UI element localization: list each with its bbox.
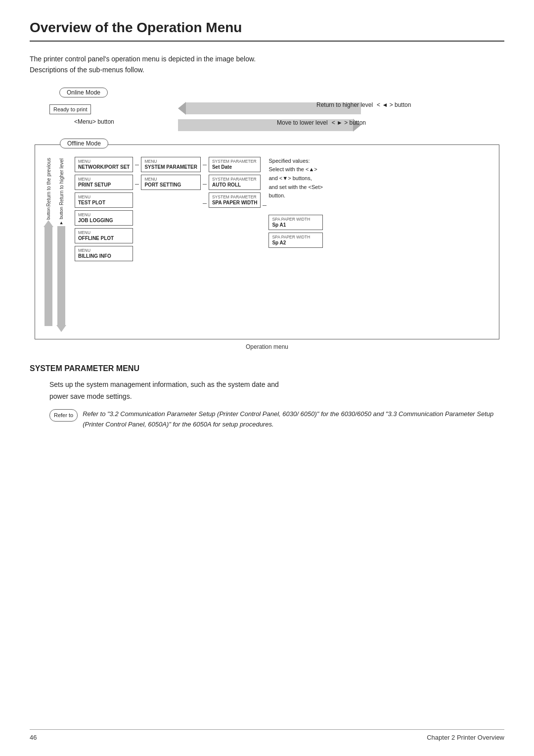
menu-box-billing-info: MENU BILLING INFO <box>75 246 133 261</box>
connectors-col1-col2 <box>135 157 139 327</box>
side-vertical-arrows: Return to the previous ▲ button Return t… <box>35 153 75 331</box>
refer-text: Refer to "3.2 Communication Parameter Se… <box>83 409 504 430</box>
intro-line1: The printer control panel's operation me… <box>30 55 256 63</box>
menu-box-spa-paper-width: SYSTEM PARAMETER SPA PAPER WIDTH <box>209 192 261 208</box>
section-body-line2: power save mode settings. <box>49 392 132 400</box>
menu-col-3: SYSTEM PARAMETER Set Date SYSTEM PARAMET… <box>209 157 261 327</box>
return-higher-label: Return to higher level <box>316 101 373 108</box>
move-lower-labels: Move to lower level < ► > button <box>277 119 366 126</box>
menu-box-set-date: SYSTEM PARAMETER Set Date <box>209 157 261 172</box>
menu-columns: MENU NETWORK/PORT SET MENU PRINT SETUP M… <box>75 153 491 331</box>
diagram-content-row: Return to the previous ▲ button Return t… <box>35 153 491 331</box>
intro-line2: Descriptions of the sub-menus follow. <box>30 66 144 74</box>
side-label-1: Return to the previous <box>46 158 51 206</box>
menu-box-print-setup: MENU PRINT SETUP <box>75 175 133 190</box>
menu-box-test-plot: MENU TEST PLOT <box>75 192 133 208</box>
move-lower-button: < ► > button <box>332 119 366 126</box>
spa-items: SPA PAPER WIDTH Sp A1 SPA PAPER WIDTH Sp… <box>268 215 322 248</box>
menu-col-1: MENU NETWORK/PORT SET MENU PRINT SETUP M… <box>75 157 133 327</box>
menu-col-4-and-spec: Specified values: Select with the <▲> an… <box>268 157 322 327</box>
section-body-line1: Sets up the system management informatio… <box>49 380 279 388</box>
side-label-2: Return to higher level <box>59 158 64 205</box>
page-footer: 46 Chapter 2 Printer Overview <box>30 729 504 741</box>
inner-diagram: Offline Mode Return to the previous ▲ bu… <box>35 144 499 339</box>
menu-button-label: <Menu> button <box>74 118 114 125</box>
system-parameter-section: SYSTEM PARAMETER MENU Sets up the system… <box>30 364 504 430</box>
return-arrowhead <box>178 102 186 115</box>
intro-paragraph: The printer control panel's operation me… <box>30 53 504 76</box>
menu-box-system-parameter: MENU SYSTEM PARAMETER <box>141 157 201 172</box>
menu-button-text: <Menu> button <box>74 118 114 125</box>
diagram-label-text: Operation menu <box>246 343 288 350</box>
ready-to-print-box: Ready to print <box>49 104 91 114</box>
menu-box-port-setting: MENU PORT SETTING <box>141 175 201 190</box>
connectors-col2-col3 <box>203 157 207 327</box>
footer-page-number: 46 <box>30 734 37 741</box>
offline-mode-bubble: Offline Mode <box>60 139 108 148</box>
section-heading: SYSTEM PARAMETER MENU <box>30 364 504 373</box>
left-arrow-wrapper: Return to the previous ▲ button <box>44 158 52 326</box>
diagram-wrapper: Online Mode Ready to print <Menu> button… <box>35 88 499 350</box>
right-arrow-shaft <box>57 226 65 325</box>
section-body: Sets up the system management informatio… <box>49 379 504 430</box>
return-higher-labels: Return to higher level < ◄ > button <box>316 101 411 108</box>
left-arrowhead-up <box>44 220 53 227</box>
menu-box-job-logging: MENU JOB LOGGING <box>75 210 133 226</box>
online-mode-label: Online Mode <box>67 89 100 96</box>
section-body-text: Sets up the system management informatio… <box>49 379 504 403</box>
menu-box-spa-a2: SPA PAPER WIDTH Sp A2 <box>268 233 322 248</box>
menu-box-offline-plot: MENU OFFLINE PLOT <box>75 228 133 243</box>
ready-to-print-text: Ready to print <box>53 106 87 112</box>
online-mode-bubble: Online Mode <box>59 88 108 97</box>
side-button-2: ▼ button <box>59 207 64 226</box>
move-lower-label: Move to lower level <box>277 119 328 126</box>
return-higher-button: < ◄ > button <box>377 101 411 108</box>
connectors-col3-col4 <box>263 157 267 327</box>
menu-box-network: MENU NETWORK/PORT SET <box>75 157 133 172</box>
refer-to-block: Refer to Refer to "3.2 Communication Par… <box>49 409 504 430</box>
operation-menu-label: Operation menu <box>35 343 499 350</box>
right-arrowhead-down <box>56 325 66 332</box>
menu-box-auto-roll: SYSTEM PARAMETER AUTO ROLL <box>209 175 261 190</box>
menu-box-spa-a1: SPA PAPER WIDTH Sp A1 <box>268 215 322 230</box>
menu-col-2: MENU SYSTEM PARAMETER MENU PORT SETTING <box>141 157 201 327</box>
right-arrow-wrapper: Return to higher level ▼ button <box>57 158 65 325</box>
left-arrow-shaft <box>44 227 52 326</box>
refer-badge: Refer to <box>49 409 78 422</box>
offline-mode-label: Offline Mode <box>67 140 101 147</box>
page-title: Overview of the Operation Menu <box>30 20 504 42</box>
footer-chapter: Chapter 2 Printer Overview <box>427 734 504 741</box>
specified-values-text: Specified values: Select with the <▲> an… <box>268 157 322 200</box>
